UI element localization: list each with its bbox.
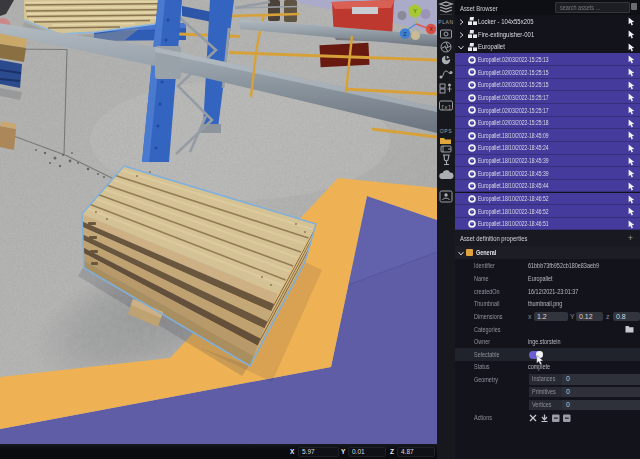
svg-text:OPS: OPS — [440, 128, 452, 134]
svg-text:[x]: [x] — [441, 104, 451, 111]
svg-text:Y: Y — [413, 8, 417, 14]
svg-text:X: X — [429, 26, 433, 32]
svg-text:PLAN: PLAN — [438, 19, 453, 25]
